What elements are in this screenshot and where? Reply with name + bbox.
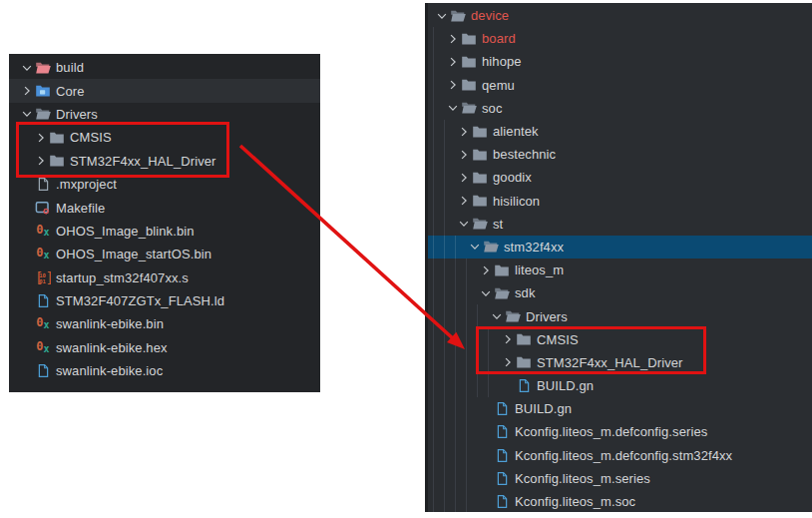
chevron-right-icon[interactable] xyxy=(455,124,472,140)
tree-item-label: st xyxy=(493,217,503,232)
tree-item-label: hihope xyxy=(482,54,522,69)
tree-item-hisilicon[interactable]: hisilicon xyxy=(428,190,812,213)
twisty-spacer xyxy=(18,247,35,262)
tree-item-kconfig-liteos-m-defconfig-series[interactable]: Kconfig.liteos_m.defconfig.series xyxy=(428,420,812,443)
indent-guide xyxy=(444,143,455,166)
tree-item-label: goodix xyxy=(493,170,532,185)
indent-guide xyxy=(466,397,477,420)
file-icon xyxy=(494,447,510,463)
tree-item-build[interactable]: build xyxy=(9,56,320,79)
tree-item-kconfig-liteos-m-soc[interactable]: Kconfig.liteos_m.soc xyxy=(428,490,812,512)
tree-item-label: bestechnic xyxy=(493,147,556,162)
indent-guide xyxy=(444,166,455,189)
chevron-right-icon[interactable] xyxy=(455,170,472,186)
tree-item-label: sdk xyxy=(515,285,536,300)
tree-item-stm32f4xx-hal-driver[interactable]: STM32F4xx_HAL_Driver xyxy=(9,150,320,173)
tree-item-qemu[interactable]: qemu xyxy=(428,74,812,97)
indent-guide xyxy=(433,213,444,236)
chevron-right-icon[interactable] xyxy=(444,31,461,47)
tree-item-drivers[interactable]: Drivers xyxy=(428,304,812,327)
file-explorer-right: device board hihope qemu soc alientek be… xyxy=(425,3,812,512)
file-icon xyxy=(494,401,510,417)
chevron-right-icon[interactable] xyxy=(499,354,516,370)
indent-guide xyxy=(433,328,444,351)
tree-item-label: CMSIS xyxy=(537,332,579,347)
tree-item-label: .mxproject xyxy=(56,177,117,192)
tree-item-mxproject[interactable]: .mxproject xyxy=(9,173,320,196)
chevron-right-icon[interactable] xyxy=(18,83,35,99)
twisty-spacer xyxy=(18,339,35,355)
tree-item-build-gn[interactable]: BUILD.gn xyxy=(428,397,812,420)
tree-item-cmsis[interactable]: CMSIS xyxy=(9,126,320,149)
chevron-right-icon[interactable] xyxy=(499,331,516,347)
tree-item-core[interactable]: Core xyxy=(9,79,320,102)
chevron-down-icon[interactable] xyxy=(444,100,461,116)
indent-guide xyxy=(444,259,455,281)
indent-guide xyxy=(488,328,499,351)
tree-item-soc[interactable]: soc xyxy=(428,97,812,120)
folder-open-icon xyxy=(35,60,51,76)
tree-item-device[interactable]: device xyxy=(428,4,812,27)
indent-guide xyxy=(466,281,477,304)
tree-item-sdk[interactable]: sdk xyxy=(428,281,812,304)
tree-item-kconfig-liteos-m-series[interactable]: Kconfig.liteos_m.series xyxy=(428,467,812,490)
indent-guide xyxy=(433,490,444,512)
tree-item-stm32f4xx[interactable]: stm32f4xx xyxy=(428,236,812,259)
tree-item-st[interactable]: st xyxy=(428,213,812,236)
tree-item-board[interactable]: board xyxy=(428,27,812,50)
chevron-down-icon[interactable] xyxy=(433,8,450,24)
indent-guide xyxy=(444,213,455,236)
indent-guide xyxy=(455,281,466,304)
tree-item-swanlink-ebike-bin[interactable]: 0x swanlink-ebike.bin xyxy=(9,312,320,335)
chevron-down-icon[interactable] xyxy=(466,239,483,255)
tree-item-startup-stm32f407xx-s[interactable]: []1001 startup_stm32f407xx.s xyxy=(9,266,320,289)
tree-item-liteos-m[interactable]: liteos_m xyxy=(428,259,812,281)
chevron-right-icon[interactable] xyxy=(32,130,49,146)
tree-item-label: BUILD.gn xyxy=(515,401,572,416)
tree-item-alientek[interactable]: alientek xyxy=(428,120,812,143)
file-icon xyxy=(35,363,51,379)
indent-guide xyxy=(444,397,455,420)
file-explorer-left: build Core Drivers CMSIS STM32F4xx_HAL_D… xyxy=(9,54,320,392)
hex-icon: 0x xyxy=(35,247,51,262)
tree-item-drivers[interactable]: Drivers xyxy=(9,103,320,126)
tree-item-ohos-image-blink-bin[interactable]: 0x OHOS_Image_blink.bin xyxy=(9,220,320,243)
tree-item-swanlink-ebike-ioc[interactable]: swanlink-ebike.ioc xyxy=(9,359,320,382)
chevron-right-icon[interactable] xyxy=(444,54,461,70)
folder-open-icon xyxy=(472,216,488,232)
indent-guide xyxy=(433,467,444,490)
indent-guide xyxy=(477,328,488,351)
chevron-right-icon[interactable] xyxy=(455,193,472,209)
tree-item-goodix[interactable]: goodix xyxy=(428,166,812,189)
tree-item-bestechnic[interactable]: bestechnic xyxy=(428,143,812,166)
chevron-down-icon[interactable] xyxy=(455,216,472,232)
indent-guide xyxy=(433,143,444,166)
tree-item-kconfig-liteos-m-defconfig-stm32f4xx[interactable]: Kconfig.liteos_m.defconfig.stm32f4xx xyxy=(428,444,812,467)
chevron-down-icon[interactable] xyxy=(18,106,35,122)
indent-guide xyxy=(466,259,477,281)
chevron-down-icon[interactable] xyxy=(488,308,505,324)
tree-item-swanlink-ebike-hex[interactable]: 0x swanlink-ebike.hex xyxy=(9,336,320,359)
tree-item-cmsis[interactable]: CMSIS xyxy=(428,328,812,351)
chevron-down-icon[interactable] xyxy=(18,60,35,76)
makefile-icon xyxy=(35,200,51,216)
indent-guide xyxy=(466,444,477,467)
tree-item-label: Kconfig.liteos_m.defconfig.stm32f4xx xyxy=(515,448,732,463)
folder-icon xyxy=(472,193,488,209)
chevron-right-icon[interactable] xyxy=(455,147,472,163)
indent-guide xyxy=(455,397,466,420)
indent-guide xyxy=(455,259,466,281)
tree-item-stm32f407zgtx-flash-ld[interactable]: STM32F407ZGTx_FLASH.ld xyxy=(9,289,320,312)
tree-item-ohos-image-startos-bin[interactable]: 0x OHOS_Image_startOS.bin xyxy=(9,243,320,265)
chevron-right-icon[interactable] xyxy=(32,153,49,169)
chevron-down-icon[interactable] xyxy=(477,285,494,301)
svg-text:]: ] xyxy=(46,269,52,285)
chevron-right-icon[interactable] xyxy=(444,77,461,93)
hex-icon: 0x xyxy=(35,339,51,355)
tree-item-build-gn[interactable]: BUILD.gn xyxy=(428,374,812,397)
tree-item-hihope[interactable]: hihope xyxy=(428,50,812,73)
indent-guide xyxy=(433,236,444,259)
chevron-right-icon[interactable] xyxy=(477,262,494,278)
tree-item-makefile[interactable]: Makefile xyxy=(9,196,320,219)
tree-item-stm32f4xx-hal-driver[interactable]: STM32F4xx_HAL_Driver xyxy=(428,351,812,374)
